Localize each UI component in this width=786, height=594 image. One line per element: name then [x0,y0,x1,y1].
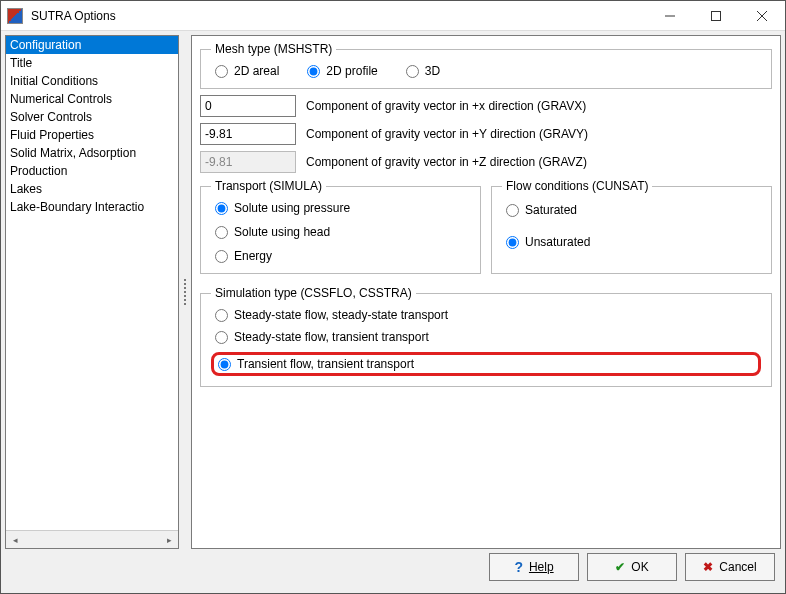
flow-legend: Flow conditions (CUNSAT) [502,179,652,193]
cancel-button[interactable]: ✖ Cancel [685,553,775,581]
flow-unsaturated-radio[interactable]: Unsaturated [506,235,761,249]
sidebar-item-solver-controls[interactable]: Solver Controls [6,108,178,126]
mesh-3d-radio[interactable]: 3D [406,64,440,78]
sidebar-item-initial-conditions[interactable]: Initial Conditions [6,72,178,90]
dialog-footer: ? Help ✔ OK ✖ Cancel [1,549,785,593]
grip-icon [184,279,186,305]
transport-solute-head-radio[interactable]: Solute using head [215,225,470,239]
mesh-type-group: Mesh type (MSHSTR) 2D areal 2D profile 3… [200,42,772,89]
help-icon: ? [514,559,523,575]
cancel-icon: ✖ [703,560,713,574]
transport-energy-radio[interactable]: Energy [215,249,470,263]
simtype-steady-transient-radio[interactable]: Steady-state flow, transient transport [215,330,761,344]
mesh-2d-profile-radio[interactable]: 2D profile [307,64,377,78]
svg-rect-1 [712,11,721,20]
sidebar-item-lake-boundary[interactable]: Lake-Boundary Interactio [6,198,178,216]
maximize-icon [711,11,721,21]
close-button[interactable] [739,1,785,31]
scroll-right-icon[interactable]: ▸ [160,531,178,548]
maximize-button[interactable] [693,1,739,31]
help-button[interactable]: ? Help [489,553,579,581]
simtype-legend: Simulation type (CSSFLO, CSSTRA) [211,286,416,300]
scroll-left-icon[interactable]: ◂ [6,531,24,548]
check-icon: ✔ [615,560,625,574]
flow-conditions-group: Flow conditions (CUNSAT) Saturated Unsat… [491,179,772,274]
sidebar-item-fluid-properties[interactable]: Fluid Properties [6,126,178,144]
ok-button[interactable]: ✔ OK [587,553,677,581]
app-icon [7,8,23,24]
titlebar: SUTRA Options [1,1,785,31]
minimize-icon [665,11,675,21]
gravity-z-label: Component of gravity vector in +Z direct… [306,155,772,169]
gravity-z-row: Component of gravity vector in +Z direct… [200,151,772,173]
mesh-type-legend: Mesh type (MSHSTR) [211,42,336,56]
gravity-y-label: Component of gravity vector in +Y direct… [306,127,772,141]
sidebar-horizontal-scrollbar[interactable]: ◂ ▸ [6,530,178,548]
sidebar-item-production[interactable]: Production [6,162,178,180]
simtype-transient-transient-radio[interactable]: Transient flow, transient transport [218,357,414,371]
window-title: SUTRA Options [31,9,116,23]
sutra-options-dialog: SUTRA Options Configuration Title Initia… [0,0,786,594]
sidebar-item-configuration[interactable]: Configuration [6,36,178,54]
flow-saturated-radio[interactable]: Saturated [506,203,761,217]
gravity-y-row: Component of gravity vector in +Y direct… [200,123,772,145]
sidebar-item-solid-matrix[interactable]: Solid Matrix, Adsorption [6,144,178,162]
configuration-panel: Mesh type (MSHSTR) 2D areal 2D profile 3… [191,35,781,549]
transport-legend: Transport (SIMULA) [211,179,326,193]
sidebar-item-lakes[interactable]: Lakes [6,180,178,198]
simulation-type-group: Simulation type (CSSFLO, CSSTRA) Steady-… [200,286,772,387]
splitter-handle[interactable] [179,35,191,549]
simtype-steady-steady-radio[interactable]: Steady-state flow, steady-state transpor… [215,308,761,322]
gravity-y-input[interactable] [200,123,296,145]
mesh-2d-areal-radio[interactable]: 2D areal [215,64,279,78]
gravity-x-input[interactable] [200,95,296,117]
transport-solute-pressure-radio[interactable]: Solute using pressure [215,201,470,215]
simtype-highlight: Transient flow, transient transport [211,352,761,376]
sidebar-item-title[interactable]: Title [6,54,178,72]
gravity-x-label: Component of gravity vector in +x direct… [306,99,772,113]
sidebar-item-numerical-controls[interactable]: Numerical Controls [6,90,178,108]
category-sidebar: Configuration Title Initial Conditions N… [5,35,179,549]
close-icon [757,11,767,21]
category-list[interactable]: Configuration Title Initial Conditions N… [6,36,178,530]
gravity-x-row: Component of gravity vector in +x direct… [200,95,772,117]
transport-group: Transport (SIMULA) Solute using pressure… [200,179,481,274]
minimize-button[interactable] [647,1,693,31]
gravity-z-input [200,151,296,173]
